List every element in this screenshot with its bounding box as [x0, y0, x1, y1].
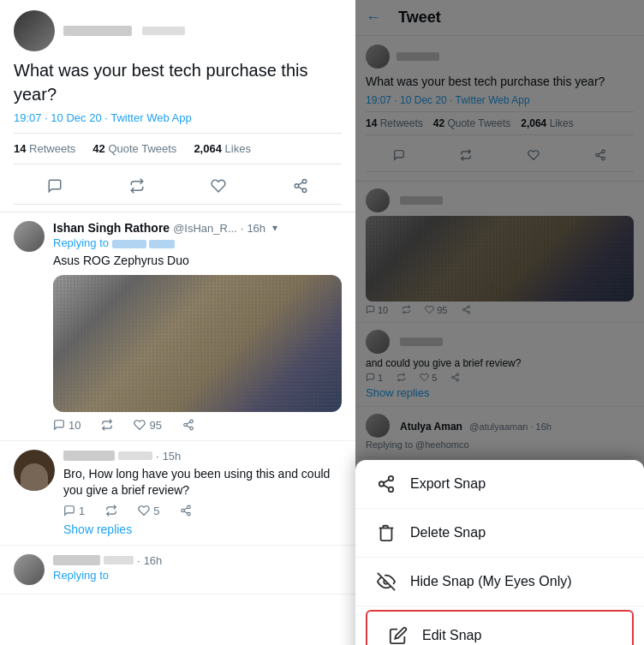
- likes-count[interactable]: 2,064 Likes: [194, 142, 251, 155]
- reply2-text: Bro, How long have you been using this a…: [63, 466, 342, 499]
- reply2-share[interactable]: [180, 505, 192, 517]
- quote-count[interactable]: 42 Quote Tweets: [92, 142, 176, 155]
- reply1-retweet[interactable]: [101, 419, 113, 431]
- main-tweet-text: What was your best tech purchase this ye…: [14, 58, 342, 106]
- svg-point-33: [389, 487, 394, 493]
- reply1-like[interactable]: 95: [134, 419, 161, 432]
- reply1-chevron[interactable]: ▾: [272, 222, 277, 234]
- comment-action[interactable]: [42, 173, 68, 199]
- edit-icon: [388, 625, 408, 645]
- left-panel: What was your best tech purchase this ye…: [0, 0, 355, 645]
- reply1-avatar: [14, 221, 45, 252]
- svg-line-9: [187, 422, 190, 424]
- retweet-action[interactable]: [124, 173, 150, 199]
- svg-line-34: [384, 485, 389, 488]
- export-icon: [376, 474, 397, 494]
- svg-point-11: [182, 510, 185, 513]
- main-tweet-meta: 19:07 · 10 Dec 20 · Twitter Web App: [14, 111, 342, 124]
- like-action[interactable]: [206, 173, 231, 199]
- reply1-actions: 10 95: [53, 419, 342, 432]
- svg-point-6: [184, 423, 188, 427]
- reply2-actions: 1 5: [63, 505, 342, 517]
- reply3-time: 16h: [144, 554, 163, 567]
- hide-icon: [376, 571, 397, 592]
- delete-snap-item[interactable]: Delete Snap: [355, 509, 644, 558]
- reply1-share[interactable]: [182, 419, 194, 431]
- svg-point-32: [379, 481, 385, 487]
- svg-point-0: [302, 180, 307, 184]
- svg-line-13: [184, 511, 188, 513]
- main-tweet-actions: [14, 168, 342, 205]
- reply2-avatar: [14, 450, 55, 491]
- svg-line-3: [299, 187, 303, 189]
- svg-line-4: [299, 182, 303, 185]
- main-tweet-username-blur: [63, 26, 132, 36]
- main-tweet-avatar: [14, 10, 55, 51]
- svg-point-12: [188, 513, 191, 517]
- reply-item-1: Ishan Singh Rathore @IsHan_R... · 16h ▾ …: [0, 212, 355, 441]
- retweet-count[interactable]: 14 Retweets: [14, 142, 75, 155]
- reply2-comment[interactable]: 1: [63, 505, 85, 517]
- trash-icon: [376, 523, 397, 543]
- reply1-time: 16h: [247, 222, 265, 235]
- reply3-replying: Replying to: [53, 569, 342, 582]
- reply2-like[interactable]: 5: [138, 505, 159, 517]
- svg-line-35: [384, 480, 389, 483]
- svg-point-5: [190, 420, 194, 423]
- svg-line-14: [184, 508, 188, 510]
- context-menu: Export Snap Delete Snap Hide Snap (My Ey…: [355, 460, 644, 645]
- main-tweet: What was your best tech purchase this ye…: [0, 0, 355, 212]
- edit-snap-label: Edit Snap: [422, 628, 481, 643]
- reply1-comment[interactable]: 10: [53, 419, 80, 432]
- hide-snap-item[interactable]: Hide Snap (My Eyes Only): [355, 558, 644, 606]
- reply3-avatar: [14, 554, 45, 585]
- delete-snap-label: Delete Snap: [410, 525, 486, 540]
- show-replies-btn[interactable]: Show replies: [63, 523, 342, 536]
- share-action[interactable]: [288, 173, 313, 199]
- reply1-replying: Replying to: [53, 236, 342, 249]
- reply1-image: [53, 275, 342, 412]
- export-snap-item[interactable]: Export Snap: [355, 460, 644, 509]
- export-snap-label: Export Snap: [410, 476, 486, 492]
- hide-snap-label: Hide Snap (My Eyes Only): [410, 574, 572, 589]
- reply2-retweet[interactable]: [105, 505, 117, 517]
- main-tweet-handle-blur: [142, 27, 185, 35]
- reply-item-3: · 16h Replying to: [0, 546, 355, 594]
- svg-point-31: [389, 476, 394, 481]
- tweet-stats: 14 Retweets 42 Quote Tweets 2,064 Likes: [14, 133, 342, 164]
- svg-point-10: [188, 505, 191, 509]
- reply1-text: Asus ROG Zephyrus Duo: [53, 253, 342, 270]
- svg-point-2: [302, 188, 307, 193]
- reply1-handle: @IsHan_R...: [173, 222, 237, 235]
- svg-point-7: [190, 427, 194, 430]
- reply-item-2: · 15h Bro, How long have you been using …: [0, 441, 355, 546]
- edit-snap-item[interactable]: Edit Snap: [366, 610, 634, 645]
- svg-point-1: [295, 184, 299, 188]
- svg-line-8: [187, 426, 190, 427]
- reply1-name: Ishan Singh Rathore: [53, 221, 170, 235]
- reply2-time: 15h: [163, 450, 182, 463]
